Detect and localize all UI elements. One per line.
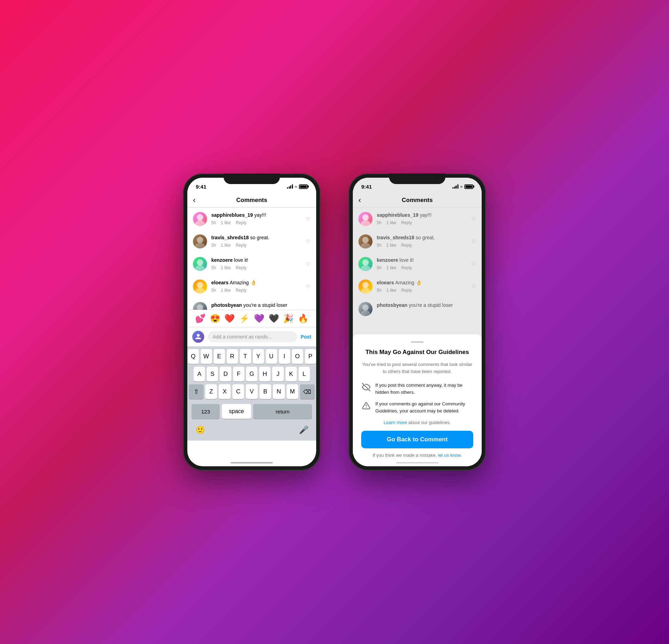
key-b[interactable]: B [260,384,271,399]
reply-button[interactable]: Reply [401,243,412,248]
comment-text: travis_shreds18 so great. [211,234,299,241]
post-button[interactable]: Post [301,334,311,340]
key-g[interactable]: G [246,367,257,381]
nav-title-left: Comments [236,197,267,204]
microphone-button[interactable]: 🎤 [296,423,311,437]
nav-title-right: Comments [402,197,433,204]
reply-button[interactable]: Reply [236,265,246,270]
comment-text: eloears Amazing 👌 [377,279,464,286]
key-space[interactable]: space [222,404,251,419]
heart-icon[interactable]: ♡ [303,261,311,267]
svg-point-4 [197,259,203,266]
key-r[interactable]: R [227,349,238,364]
signal-icon-right [452,184,458,189]
heart-icon[interactable]: ♡ [469,216,476,222]
learn-more-link[interactable]: Learn more [384,420,407,425]
svg-point-5 [195,265,205,271]
status-icons-right: ≈ [452,184,473,189]
reply-button[interactable]: Reply [401,288,412,293]
emoji-red-heart[interactable]: ❤️ [224,314,235,323]
key-i[interactable]: I [279,349,290,364]
key-v[interactable]: V [246,384,257,399]
heart-icon[interactable]: ♡ [303,284,311,289]
right-phone-screen: 9:41 ≈ ‹ Comments [353,178,482,466]
rule-text-hidden: If you post this comment anyway, it may … [375,382,473,396]
comment-input[interactable]: Add a comment as rando... [208,331,297,342]
back-button-right[interactable]: ‹ [358,196,361,205]
key-t[interactable]: T [240,349,251,364]
heart-icon[interactable]: ♡ [303,239,311,244]
key-x[interactable]: X [219,384,230,399]
key-a[interactable]: A [194,367,205,381]
key-q[interactable]: Q [188,349,199,364]
svg-point-3 [195,243,205,248]
emoji-party[interactable]: 🎉 [283,314,294,323]
key-return[interactable]: return [253,404,312,419]
comment-input-area: Add a comment as rando... Post [187,327,316,346]
emoji-black-heart[interactable]: 🖤 [269,314,279,323]
warning-icon [361,401,371,411]
svg-point-14 [362,259,369,266]
key-e[interactable]: E [214,349,225,364]
comment-text: eloears Amazing 👌 [211,279,299,286]
key-f[interactable]: F [233,367,244,381]
emoji-heart-pink[interactable]: 💕 [195,314,206,323]
key-z[interactable]: Z [205,384,217,399]
key-u[interactable]: U [266,349,277,364]
let-us-know-link[interactable]: let us know [438,453,461,458]
svg-point-16 [362,282,369,288]
heart-icon[interactable]: ♡ [469,239,476,244]
nav-bar-right: ‹ Comments [353,193,482,208]
svg-point-19 [361,310,370,316]
heart-icon[interactable]: ♡ [303,216,311,222]
emoji-heart-eyes[interactable]: 😍 [210,314,220,323]
comment-content: eloears Amazing 👌 5h 1 like Reply [377,279,464,293]
emoji-lightning[interactable]: ⚡ [239,314,250,323]
comment-text: kenzoere love it! [377,257,464,264]
key-k[interactable]: K [286,367,297,381]
right-phone: 9:41 ≈ ‹ Comments [349,173,486,471]
heart-icon[interactable]: ♡ [469,284,476,289]
key-n[interactable]: N [273,384,285,399]
comment-content: sapphireblues_19 yay!!! 5h 1 like Reply [211,212,299,225]
key-s[interactable]: S [207,367,218,381]
heart-icon[interactable]: ♡ [469,261,476,267]
reply-button[interactable]: Reply [236,288,246,293]
go-back-button[interactable]: Go Back to Comment [361,431,473,448]
reply-button[interactable]: Reply [401,265,412,270]
keyboard-row-3: ⇧ Z X C V B N M ⌫ [189,384,315,399]
modal-title: This May Go Against Our Guidelines [361,348,473,356]
key-delete[interactable]: ⌫ [300,384,315,399]
key-w[interactable]: W [201,349,212,364]
key-p[interactable]: P [305,349,316,364]
key-d[interactable]: D [220,367,231,381]
key-shift[interactable]: ⇧ [189,384,204,399]
comment-item: travis_shreds18 so great. 5h 1 like Repl… [353,230,482,253]
reply-button[interactable]: Reply [236,243,246,248]
notch [224,173,280,184]
key-o[interactable]: O [292,349,303,364]
comment-item: sapphireblues_19 yay!!! 5h 1 like Reply … [353,208,482,230]
key-h[interactable]: H [259,367,270,381]
key-m[interactable]: M [287,384,298,399]
key-y[interactable]: Y [253,349,264,364]
key-c[interactable]: C [232,384,244,399]
modal-handle [411,341,424,343]
emoji-button[interactable]: 🙂 [193,423,207,437]
keyboard-extras: 🙂 🎤 [189,422,315,439]
comment-time: 5h [377,243,381,248]
emoji-purple-heart[interactable]: 💜 [254,314,264,323]
right-phone-content: 9:41 ≈ ‹ Comments [353,178,482,466]
battery-icon-right [464,184,473,189]
key-j[interactable]: J [272,367,283,381]
mistake-suffix: . [461,453,462,458]
reply-button[interactable]: Reply [236,220,246,225]
modal-rule-deleted: If your comments go against our Communit… [361,400,473,414]
eye-slash-icon [361,382,371,392]
key-numbers[interactable]: 123 [192,404,220,419]
status-icons-left: ≈ [287,184,308,189]
key-l[interactable]: L [299,367,310,381]
emoji-fire[interactable]: 🔥 [298,314,308,323]
reply-button[interactable]: Reply [401,220,412,225]
back-button-left[interactable]: ‹ [193,196,195,205]
